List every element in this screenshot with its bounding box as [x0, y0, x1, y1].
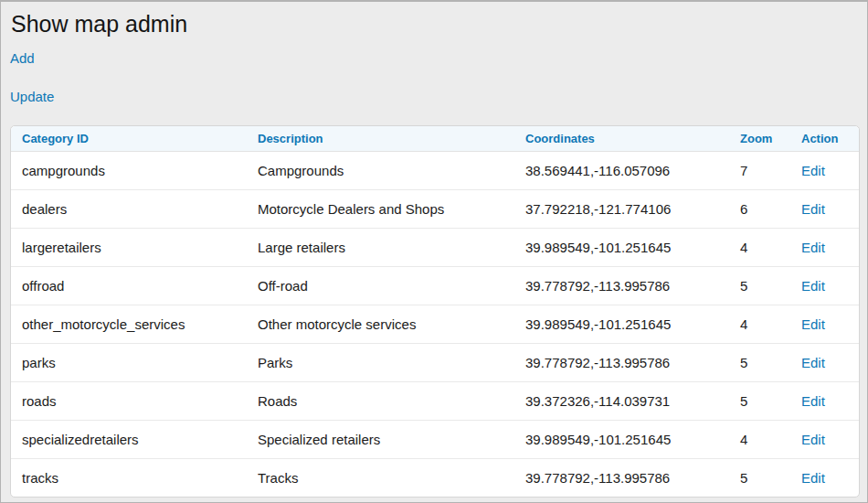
add-link[interactable]: Add: [10, 50, 35, 67]
cell-action: Edit: [790, 421, 859, 459]
cell-coordinates: 39.989549,-101.251645: [514, 229, 729, 267]
edit-link[interactable]: Edit: [801, 201, 825, 217]
table-row: tracks Tracks 39.778792,-113.995786 5 Ed…: [11, 459, 859, 497]
cell-zoom: 5: [729, 459, 790, 497]
table-row: campgrounds Campgrounds 38.569441,-116.0…: [11, 152, 859, 190]
cell-category-id: parks: [11, 344, 247, 382]
edit-link[interactable]: Edit: [801, 432, 825, 447]
cell-action: Edit: [790, 382, 859, 421]
column-header-coordinates: Coordinates: [514, 126, 729, 152]
cell-coordinates: 39.778792,-113.995786: [514, 344, 729, 382]
add-link-row: Add: [10, 50, 858, 67]
cell-description: Roads: [247, 382, 514, 421]
table-header-row: Category ID Description Coordinates Zoom…: [11, 126, 859, 152]
cell-zoom: 4: [729, 421, 790, 459]
edit-link[interactable]: Edit: [801, 393, 825, 409]
edit-link[interactable]: Edit: [801, 355, 825, 370]
cell-description: Parks: [247, 344, 514, 382]
page-content: Show map admin Add Update Category ID De…: [1, 10, 867, 498]
cell-category-id: largeretailers: [11, 229, 247, 267]
table-row: roads Roads 39.372326,-114.039731 5 Edit: [11, 382, 859, 421]
cell-coordinates: 39.778792,-113.995786: [514, 267, 729, 305]
cell-description: Large retailers: [247, 229, 514, 267]
column-header-category-id: Category ID: [11, 126, 247, 152]
cell-action: Edit: [790, 152, 859, 190]
cell-action: Edit: [790, 305, 859, 344]
cell-category-id: tracks: [11, 459, 247, 497]
table-header: Category ID Description Coordinates Zoom…: [11, 126, 859, 152]
cell-description: Tracks: [247, 459, 514, 497]
cell-zoom: 6: [729, 190, 790, 229]
edit-link[interactable]: Edit: [801, 316, 825, 332]
cell-action: Edit: [790, 267, 859, 305]
cell-coordinates: 38.569441,-116.057096: [514, 152, 729, 190]
table-row: dealers Motorcycle Dealers and Shops 37.…: [11, 190, 859, 229]
cell-zoom: 5: [729, 344, 790, 382]
column-header-zoom: Zoom: [729, 126, 790, 152]
cell-zoom: 5: [729, 267, 790, 305]
edit-link[interactable]: Edit: [801, 278, 825, 294]
cell-zoom: 5: [729, 382, 790, 421]
cell-coordinates: 39.989549,-101.251645: [514, 305, 729, 344]
cell-zoom: 4: [729, 305, 790, 344]
edit-link[interactable]: Edit: [801, 163, 825, 178]
cell-action: Edit: [790, 344, 859, 382]
cell-zoom: 4: [729, 229, 790, 267]
show-map-admin-page: { "page": { "title": "Show map admin", "…: [0, 0, 868, 503]
cell-category-id: campgrounds: [11, 152, 247, 190]
cell-zoom: 7: [729, 152, 790, 190]
cell-coordinates: 39.778792,-113.995786: [514, 459, 729, 497]
cell-coordinates: 37.792218,-121.774106: [514, 190, 729, 229]
page-title: Show map admin: [11, 10, 858, 37]
table-row: other_motorcycle_services Other motorcyc…: [11, 305, 859, 344]
table-row: specializedretailers Specialized retaile…: [11, 421, 859, 459]
cell-coordinates: 39.372326,-114.039731: [514, 382, 729, 421]
table-row: largeretailers Large retailers 39.989549…: [11, 229, 859, 267]
cell-description: Specialized retailers: [247, 421, 514, 459]
table-row: parks Parks 39.778792,-113.995786 5 Edit: [11, 344, 859, 382]
edit-link[interactable]: Edit: [801, 240, 825, 255]
cell-category-id: specializedretailers: [11, 421, 247, 459]
cell-category-id: other_motorcycle_services: [11, 305, 247, 344]
cell-description: Other motorcycle services: [247, 305, 514, 344]
column-header-description: Description: [247, 126, 514, 152]
cell-category-id: dealers: [11, 190, 247, 229]
update-link-row: Update: [10, 89, 858, 105]
table-row: offroad Off-road 39.778792,-113.995786 5…: [11, 267, 859, 305]
map-categories-table: Category ID Description Coordinates Zoom…: [10, 125, 860, 498]
table-body: campgrounds Campgrounds 38.569441,-116.0…: [11, 152, 859, 497]
cell-action: Edit: [790, 459, 859, 497]
column-header-action: Action: [790, 126, 859, 152]
edit-link[interactable]: Edit: [801, 470, 825, 486]
cell-description: Motorcycle Dealers and Shops: [247, 190, 514, 229]
cell-category-id: offroad: [11, 267, 247, 305]
cell-description: Off-road: [247, 267, 514, 305]
cell-category-id: roads: [11, 382, 247, 421]
cell-description: Campgrounds: [247, 152, 514, 190]
update-link[interactable]: Update: [10, 89, 54, 105]
cell-coordinates: 39.989549,-101.251645: [514, 421, 729, 459]
cell-action: Edit: [790, 229, 859, 267]
cell-action: Edit: [790, 190, 859, 229]
